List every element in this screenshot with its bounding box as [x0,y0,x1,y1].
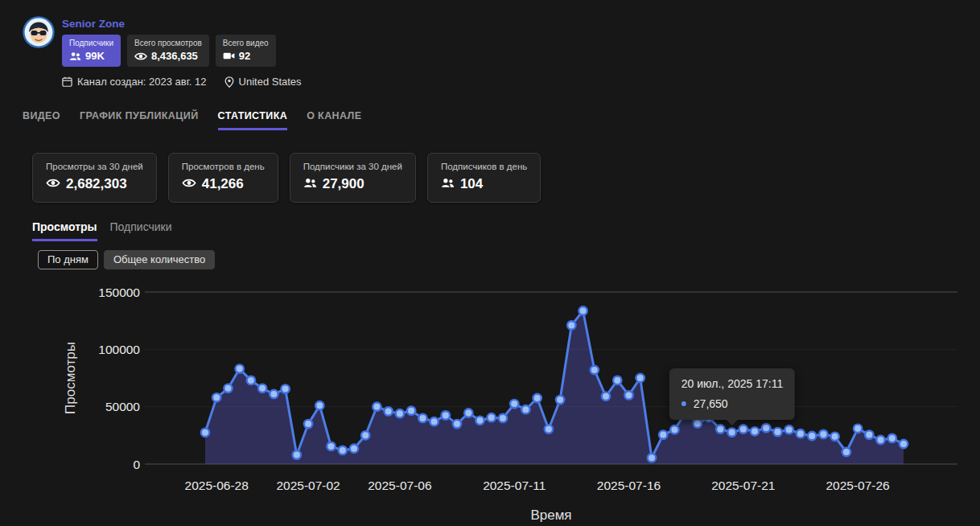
data-point[interactable] [236,364,244,372]
data-point[interactable] [258,384,266,392]
data-point[interactable] [751,427,759,435]
data-point[interactable] [865,430,873,438]
data-point[interactable] [808,432,816,440]
location-pin-icon [224,76,234,88]
data-point[interactable] [579,306,587,314]
views-per-day-card: Просмотров в день 41,266 [168,153,278,203]
total-videos-count: 92 [239,50,250,62]
data-point[interactable] [315,401,323,409]
data-point[interactable] [361,431,369,439]
data-point[interactable] [556,396,564,404]
data-point[interactable] [900,440,908,448]
data-point[interactable] [488,413,496,421]
data-point[interactable] [773,428,781,436]
data-point[interactable] [201,429,209,437]
data-point[interactable] [888,434,896,442]
data-point[interactable] [591,366,599,374]
x-tick-label: 2025-07-02 [276,479,340,492]
data-point[interactable] [694,419,702,427]
data-point[interactable] [224,384,232,392]
mode-daily-button[interactable]: По дням [38,250,98,269]
data-point[interactable] [407,407,415,415]
data-point[interactable] [624,391,632,399]
data-point[interactable] [636,374,644,382]
data-point[interactable] [373,403,381,411]
channel-header: Senior Zone Подписчики 99K Всего просмот… [23,16,980,88]
data-point[interactable] [762,424,770,432]
data-point[interactable] [854,425,862,433]
views-chart: 0500001000001500002025-06-282025-07-0220… [23,282,980,501]
data-point[interactable] [339,446,347,454]
data-point[interactable] [648,454,656,462]
channel-meta: Канал создан: 2023 авг. 12 United States [62,76,302,88]
data-point[interactable] [521,405,529,413]
data-point[interactable] [659,430,667,438]
total-views-count: 8,436,635 [151,50,198,62]
mode-cumulative-button[interactable]: Общее количество [104,250,215,269]
x-tick-label: 2025-07-06 [368,479,431,492]
data-point[interactable] [545,425,553,433]
chart-canvas: 0500001000001500002025-06-282025-07-0220… [23,282,980,501]
subscribers-count: 99K [85,50,105,62]
data-point[interactable] [247,376,255,384]
eye-icon [182,176,196,192]
tab-publication-schedule[interactable]: ГРАФИК ПУБЛИКАЦИЙ [80,110,199,130]
y-tick-label: 100000 [98,343,140,356]
tab-statistics[interactable]: СТАТИСТИКА [218,110,288,130]
data-point[interactable] [442,411,450,419]
views-30d-card: Просмотры за 30 дней 2,682,303 [32,153,157,203]
data-point[interactable] [385,407,393,415]
subscribers-icon [303,176,317,192]
data-point[interactable] [716,425,724,433]
data-point[interactable] [727,428,735,436]
data-point[interactable] [739,425,747,433]
tooltip-date: 20 июл., 2025 17:11 [681,377,783,390]
eye-icon [134,51,147,61]
channel-name[interactable]: Senior Zone [62,18,302,30]
data-point[interactable] [212,393,220,401]
data-point[interactable] [327,442,335,450]
tab-videos[interactable]: ВИДЕО [23,110,60,130]
total-videos-badge: Всего видео 92 [216,35,276,67]
stat-cards: Просмотры за 30 дней 2,682,303 Просмотро… [32,153,980,203]
chart-tooltip: 20 июл., 2025 17:11 27,650 [669,368,795,420]
data-point[interactable] [270,390,278,398]
data-point[interactable] [819,430,827,438]
data-point[interactable] [876,436,884,444]
data-point[interactable] [418,414,426,422]
data-point[interactable] [396,409,404,417]
x-tick-label: 2025-06-28 [185,479,249,492]
y-tick-label: 50000 [105,400,140,413]
tooltip-value: 27,650 [694,397,728,410]
subs-30d-card: Подписчики за 30 дней 27,900 [290,153,416,203]
data-point[interactable] [476,417,484,425]
data-point[interactable] [293,450,301,458]
data-point[interactable] [785,425,793,434]
chart-tab-subscribers[interactable]: Подписчики [110,220,172,241]
data-point[interactable] [350,445,358,453]
chart-tab-views[interactable]: Просмотры [32,220,97,241]
y-axis-title: Просмотры [63,342,79,414]
tab-about[interactable]: О КАНАЛЕ [307,110,361,130]
subscribers-badge: Подписчики 99K [62,35,121,67]
eye-icon [46,176,60,192]
data-point[interactable] [304,420,312,428]
data-point[interactable] [453,420,461,428]
data-point[interactable] [510,400,518,408]
data-point[interactable] [464,409,472,417]
data-point[interactable] [670,425,678,434]
data-point[interactable] [797,429,805,438]
data-point[interactable] [842,448,850,456]
data-point[interactable] [281,384,289,392]
channel-avatar[interactable] [23,16,55,48]
chart-metric-tabs: Просмотры Подписчики [32,220,980,241]
badge-label: Подписчики [69,39,113,47]
data-point[interactable] [430,417,438,425]
x-tick-label: 2025-07-11 [483,479,546,492]
data-point[interactable] [499,414,507,422]
data-point[interactable] [602,392,610,401]
data-point[interactable] [830,433,838,441]
data-point[interactable] [533,394,541,402]
data-point[interactable] [613,376,621,384]
data-point[interactable] [567,321,575,329]
